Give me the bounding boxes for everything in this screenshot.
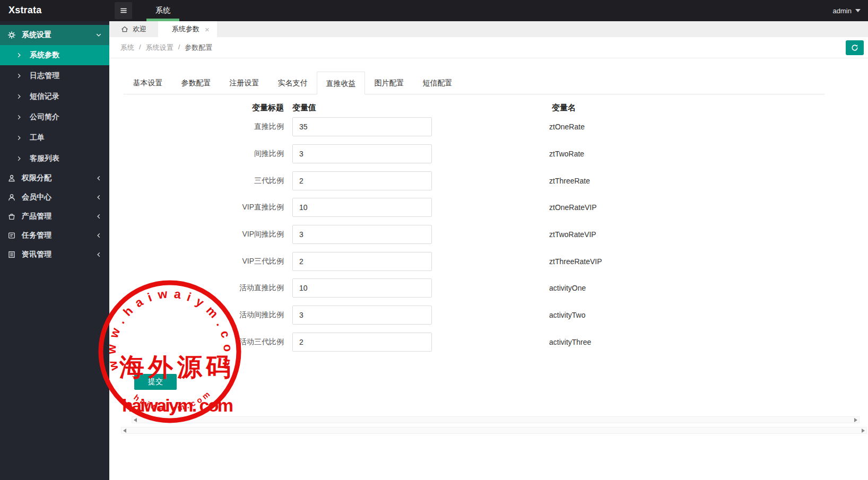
close-icon[interactable]: × (205, 25, 210, 33)
scroll-right-icon[interactable] (854, 418, 857, 422)
value-input[interactable] (292, 225, 432, 244)
tab-basic-settings[interactable]: 基本设置 (124, 72, 172, 94)
tab-register-settings[interactable]: 注册设置 (220, 72, 268, 94)
sidebar-item-product-management[interactable]: 产品管理 (0, 207, 109, 226)
tab-realname-payment[interactable]: 实名支付 (268, 72, 317, 94)
sidebar-item-company-profile[interactable]: 公司简介 (0, 107, 109, 127)
sidebar-item-sms-records[interactable]: 短信记录 (0, 86, 109, 107)
topnav-item-label: 系统 (155, 6, 170, 15)
product-bag-icon (7, 212, 16, 221)
tab-system-params[interactable]: 系统参数 × (158, 21, 217, 37)
tab-param-config[interactable]: 参数配置 (172, 72, 220, 94)
user-icon (7, 193, 16, 202)
sidebar-item-log-management[interactable]: 日志管理 (0, 65, 109, 86)
chevron-right-icon (16, 155, 22, 162)
variable-name: ztThreeRateVIP (549, 257, 602, 266)
breadcrumb-item-current: 参数配置 (185, 43, 212, 53)
header-var-value: 变量值 (292, 103, 316, 113)
tab-sms-config[interactable]: 短信配置 (413, 72, 462, 94)
form-header-row: 变量标题 变量值 变量名 (124, 102, 868, 114)
form-row: VIP三代比例 ztThreeRateVIP (124, 248, 868, 275)
form-row: 活动三代比例 activityThree (124, 329, 868, 356)
header-var-name: 变量名 (552, 103, 576, 113)
sidebar-item-permissions[interactable]: 权限分配 (0, 169, 109, 188)
user-menu[interactable]: admin (833, 0, 861, 21)
scroll-left-icon[interactable] (123, 429, 126, 433)
variable-name: activityOne (549, 284, 586, 292)
submit-button[interactable]: 提交 (134, 374, 177, 390)
breadcrumb-item[interactable]: 系统 (120, 43, 134, 53)
field-label: VIP直推比例 (124, 203, 284, 212)
form-row: 直推比例 ztOneRate (124, 114, 868, 141)
scroll-right-icon[interactable] (862, 429, 865, 433)
sidebar-item-system-settings[interactable]: 系统设置 (0, 25, 109, 45)
horizontal-scrollbar[interactable] (121, 427, 867, 434)
field-label: VIP三代比例 (124, 257, 284, 266)
value-input[interactable] (292, 306, 432, 325)
refresh-button[interactable] (846, 40, 864, 55)
variable-name: activityTwo (549, 311, 585, 319)
field-label: 活动三代比例 (124, 337, 284, 347)
topbar: Xstrata 系统 admin (0, 0, 868, 21)
sidebar-toggle-button[interactable] (115, 2, 132, 19)
chevron-left-icon (96, 251, 102, 258)
topnav-item-system[interactable]: 系统 (142, 0, 184, 21)
value-input[interactable] (292, 278, 432, 298)
sidebar-item-member-center[interactable]: 会员中心 (0, 188, 109, 207)
chevron-right-icon (16, 73, 22, 79)
value-input[interactable] (292, 333, 432, 352)
sidebar-item-label: 权限分配 (22, 173, 96, 183)
sidebar-item-task-management[interactable]: 任务管理 (0, 226, 109, 245)
sidebar-item-system-params[interactable]: 系统参数 (0, 45, 109, 65)
hamburger-icon (119, 6, 128, 15)
tab-image-config[interactable]: 图片配置 (365, 72, 413, 94)
tab-direct-push-income[interactable]: 直推收益 (317, 72, 365, 94)
value-input[interactable] (292, 144, 432, 163)
field-label: 直推比例 (124, 122, 284, 132)
tab-label: 系统参数 (172, 24, 199, 34)
breadcrumb-separator: / (178, 43, 180, 53)
variable-name: ztOneRate (549, 123, 585, 131)
chevron-right-icon (16, 114, 22, 120)
chevron-left-icon (96, 213, 102, 220)
brand-logo: Xstrata (8, 5, 41, 16)
value-input[interactable] (292, 198, 432, 217)
form-row: VIP间推比例 ztTwoRateVIP (124, 221, 868, 248)
sidebar-item-label: 系统参数 (30, 50, 59, 60)
sidebar-item-service-list[interactable]: 客服列表 (0, 148, 109, 169)
sidebar-item-work-orders[interactable]: 工单 (0, 127, 109, 148)
form-row: 活动间推比例 activityTwo (124, 302, 868, 329)
user-badge-icon (7, 174, 16, 182)
sidebar-item-label: 公司简介 (30, 112, 59, 122)
value-input[interactable] (292, 252, 432, 271)
field-label: VIP间推比例 (124, 230, 284, 239)
caret-down-icon (855, 9, 861, 12)
sidebar-item-label: 客服列表 (30, 154, 59, 163)
sidebar-item-label: 系统设置 (22, 30, 96, 40)
value-input[interactable] (292, 171, 432, 190)
sidebar-item-label: 工单 (30, 133, 45, 143)
page-tabstrip: 欢迎 系统参数 × (109, 21, 868, 37)
main-content: 欢迎 系统参数 × 系统 / 系统设置 / 参数配置 基本设置 参数配置 注册设… (109, 21, 868, 480)
field-label: 活动直推比例 (124, 283, 284, 293)
form-row: VIP直推比例 ztOneRateVIP (124, 194, 868, 221)
scroll-left-icon[interactable] (134, 418, 137, 422)
sidebar-item-label: 短信记录 (30, 92, 59, 101)
header-var-title: 变量标题 (124, 103, 284, 113)
sidebar-item-label: 产品管理 (22, 212, 96, 221)
breadcrumb-row: 系统 / 系统设置 / 参数配置 (109, 37, 868, 58)
variable-name: ztOneRateVIP (549, 203, 597, 212)
variable-name: ztThreeRate (549, 177, 590, 185)
params-form: 变量标题 变量值 变量名 直推比例 ztOneRate 间推比例 ztTwoRa… (109, 102, 868, 390)
sidebar-item-label: 会员中心 (22, 193, 96, 202)
sidebar-item-news-management[interactable]: 资讯管理 (0, 245, 109, 264)
form-row: 三代比例 ztThreeRate (124, 167, 868, 194)
tab-welcome[interactable]: 欢迎 (109, 21, 158, 37)
value-input[interactable] (292, 117, 432, 136)
breadcrumb: 系统 / 系统设置 / 参数配置 (120, 43, 212, 53)
breadcrumb-item[interactable]: 系统设置 (146, 43, 173, 53)
chevron-right-icon (16, 93, 22, 100)
home-icon (120, 25, 129, 33)
variable-name: activityThree (549, 338, 591, 346)
horizontal-scrollbar[interactable] (132, 416, 860, 423)
